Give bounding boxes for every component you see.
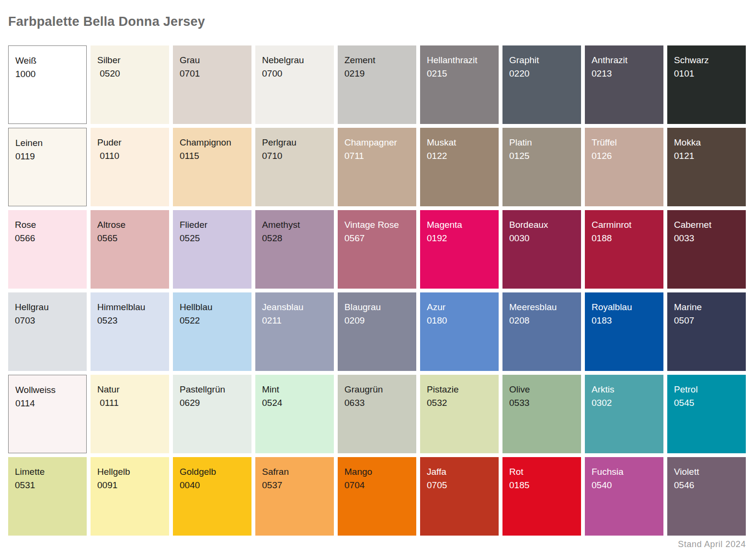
color-swatch: Grau0701 bbox=[173, 45, 251, 124]
swatch-code: 0531 bbox=[15, 479, 80, 492]
swatch-code: 0524 bbox=[262, 396, 327, 410]
swatch-code: 0126 bbox=[592, 149, 657, 163]
color-swatch: Blaugrau0209 bbox=[338, 292, 416, 371]
swatch-name: Champignon bbox=[180, 136, 245, 149]
swatch-name: Carminrot bbox=[592, 218, 657, 232]
swatch-name: Natur bbox=[97, 383, 162, 396]
swatch-name: Schwarz bbox=[674, 54, 739, 67]
swatch-name: Goldgelb bbox=[180, 465, 245, 479]
swatch-name: Petrol bbox=[674, 383, 739, 396]
color-swatch: Mint0524 bbox=[255, 375, 334, 453]
swatch-code: 0185 bbox=[509, 479, 574, 492]
swatch-name: Pastellgrün bbox=[180, 383, 245, 396]
color-swatch: Trüffel0126 bbox=[585, 128, 663, 206]
color-swatch: Graphit0220 bbox=[502, 45, 581, 124]
swatch-code: 0030 bbox=[509, 232, 574, 245]
color-swatch: Anthrazit0213 bbox=[585, 45, 663, 124]
swatch-code: 0114 bbox=[15, 397, 80, 410]
swatch-code: 0546 bbox=[674, 479, 739, 492]
swatch-name: Silber bbox=[97, 54, 162, 67]
swatch-name: Limette bbox=[15, 465, 80, 479]
color-swatch: Marine0507 bbox=[667, 292, 746, 371]
swatch-code: 0209 bbox=[344, 314, 410, 327]
swatch-name: Arktis bbox=[592, 383, 657, 396]
swatch-code: 0528 bbox=[262, 232, 327, 245]
color-swatch: Jaffa0705 bbox=[420, 457, 499, 536]
page-title: Farbpalette Bella Donna Jersey bbox=[8, 14, 746, 45]
swatch-name: Graugrün bbox=[344, 383, 410, 396]
swatch-name: Platin bbox=[509, 136, 574, 149]
swatch-code: 0545 bbox=[674, 396, 739, 410]
swatch-name: Flieder bbox=[180, 218, 245, 232]
color-swatch: Silber 0520 bbox=[91, 45, 169, 124]
swatch-code: 0188 bbox=[592, 232, 657, 245]
swatch-name: Hellgelb bbox=[97, 465, 162, 479]
swatch-name: Mokka bbox=[674, 136, 739, 149]
swatch-name: Royalblau bbox=[592, 301, 657, 314]
swatch-name: Anthrazit bbox=[592, 54, 657, 67]
swatch-name: Meeresblau bbox=[509, 301, 574, 314]
color-swatch: Graugrün0633 bbox=[338, 375, 416, 453]
color-grid: Weiß1000Silber 0520Grau0701Nebelgrau0700… bbox=[8, 45, 746, 536]
swatch-code: 0711 bbox=[344, 149, 410, 163]
color-swatch: Violett0546 bbox=[667, 457, 746, 536]
swatch-code: 0523 bbox=[97, 314, 162, 327]
swatch-code: 0565 bbox=[97, 232, 162, 245]
color-swatch: Olive0533 bbox=[502, 375, 581, 453]
swatch-code: 0213 bbox=[592, 67, 657, 80]
swatch-name: Fuchsia bbox=[592, 465, 657, 479]
color-swatch: Vintage Rose0567 bbox=[338, 210, 416, 289]
swatch-code: 0540 bbox=[592, 479, 657, 492]
color-swatch: Limette0531 bbox=[8, 457, 87, 536]
palette-page: Farbpalette Bella Donna Jersey Weiß1000S… bbox=[0, 0, 753, 560]
color-swatch: Azur0180 bbox=[420, 292, 499, 371]
swatch-code: 0710 bbox=[262, 149, 327, 163]
color-swatch: Hellgelb0091 bbox=[91, 457, 169, 536]
swatch-code: 0111 bbox=[97, 396, 162, 410]
color-swatch: Hellgrau0703 bbox=[8, 292, 87, 371]
swatch-name: Rot bbox=[509, 465, 574, 479]
swatch-name: Olive bbox=[509, 383, 574, 396]
color-swatch: Natur 0111 bbox=[91, 375, 169, 453]
color-swatch: Flieder0525 bbox=[173, 210, 251, 289]
swatch-code: 0192 bbox=[427, 232, 492, 245]
color-swatch: Leinen0119 bbox=[8, 128, 87, 206]
swatch-code: 0033 bbox=[674, 232, 739, 245]
color-swatch: Hellblau0522 bbox=[173, 292, 251, 371]
swatch-name: Rose bbox=[15, 218, 80, 232]
color-swatch: Petrol0545 bbox=[667, 375, 746, 453]
swatch-name: Hellgrau bbox=[15, 301, 80, 314]
swatch-name: Hellblau bbox=[180, 301, 245, 314]
color-swatch: Zement0219 bbox=[338, 45, 416, 124]
color-swatch: Arktis0302 bbox=[585, 375, 663, 453]
swatch-code: 0522 bbox=[180, 314, 245, 327]
swatch-code: 1000 bbox=[15, 67, 80, 81]
color-swatch: Magenta0192 bbox=[420, 210, 499, 289]
swatch-name: Pistazie bbox=[427, 383, 492, 396]
color-swatch: Carminrot0188 bbox=[585, 210, 663, 289]
swatch-name: Violett bbox=[674, 465, 739, 479]
swatch-code: 0533 bbox=[509, 396, 574, 410]
swatch-name: Muskat bbox=[427, 136, 492, 149]
swatch-code: 0520 bbox=[97, 67, 162, 80]
swatch-code: 0633 bbox=[344, 396, 410, 410]
color-swatch: Jeansblau0211 bbox=[255, 292, 334, 371]
swatch-name: Safran bbox=[262, 465, 327, 479]
swatch-code: 0302 bbox=[592, 396, 657, 410]
swatch-code: 0700 bbox=[262, 67, 327, 80]
swatch-code: 0101 bbox=[674, 67, 739, 80]
color-swatch: Rot0185 bbox=[502, 457, 581, 536]
swatch-name: Zement bbox=[344, 54, 410, 67]
color-swatch: Goldgelb0040 bbox=[173, 457, 251, 536]
color-swatch: Mokka0121 bbox=[667, 128, 746, 206]
color-swatch: Himmelblau0523 bbox=[91, 292, 169, 371]
swatch-name: Nebelgrau bbox=[262, 54, 327, 67]
swatch-code: 0566 bbox=[15, 232, 80, 245]
swatch-name: Hellanthrazit bbox=[427, 54, 492, 67]
swatch-name: Himmelblau bbox=[97, 301, 162, 314]
color-swatch: Puder 0110 bbox=[91, 128, 169, 206]
swatch-name: Vintage Rose bbox=[344, 218, 410, 232]
swatch-code: 0119 bbox=[15, 150, 80, 163]
swatch-name: Altrose bbox=[97, 218, 162, 232]
swatch-code: 0125 bbox=[509, 149, 574, 163]
